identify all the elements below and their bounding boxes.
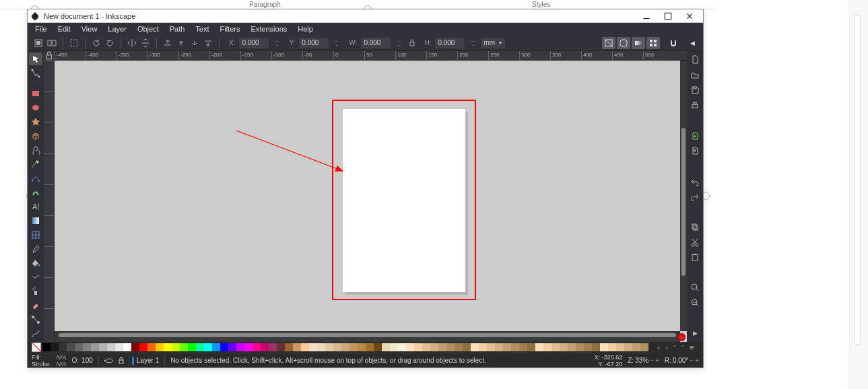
palette-up-icon[interactable]: ˄: [671, 345, 679, 351]
rectangle-tool[interactable]: [29, 87, 42, 100]
scrollbar-thumb[interactable]: [59, 333, 676, 337]
menu-edit[interactable]: Edit: [53, 24, 75, 34]
no-color-swatch[interactable]: [32, 343, 41, 352]
scale-stroke-icon[interactable]: [602, 37, 615, 49]
menu-layer[interactable]: Layer: [103, 24, 131, 34]
color-swatch[interactable]: [277, 343, 285, 351]
lock-aspect-icon[interactable]: [407, 38, 418, 48]
snap-menu-icon[interactable]: ◀: [687, 38, 698, 48]
y-input[interactable]: 0.000: [299, 38, 329, 48]
color-swatch[interactable]: [430, 343, 438, 351]
color-swatch[interactable]: [543, 343, 552, 351]
deselect-icon[interactable]: [69, 38, 79, 48]
lower-icon[interactable]: [189, 38, 200, 48]
color-swatch[interactable]: [455, 343, 463, 351]
color-swatch[interactable]: [576, 343, 584, 351]
open-document-icon[interactable]: [688, 69, 702, 82]
color-swatch[interactable]: [156, 343, 164, 351]
paste-icon[interactable]: [688, 251, 702, 264]
rotate-cw-icon[interactable]: [104, 38, 115, 48]
color-swatch[interactable]: [228, 343, 236, 351]
color-swatch[interactable]: [349, 343, 358, 351]
vertical-ruler[interactable]: [44, 61, 55, 342]
color-swatch[interactable]: [139, 343, 147, 351]
color-swatch[interactable]: [325, 343, 333, 351]
color-swatch[interactable]: [115, 343, 123, 351]
color-swatch[interactable]: [51, 343, 59, 351]
rotate-left-icon[interactable]: −: [690, 357, 694, 364]
x-input[interactable]: 0.000: [239, 38, 269, 48]
color-swatch[interactable]: [398, 343, 406, 351]
color-swatch[interactable]: [244, 343, 253, 351]
lower-bottom-icon[interactable]: [203, 38, 213, 48]
color-swatch[interactable]: [261, 343, 269, 351]
spiral-tool[interactable]: [29, 144, 42, 157]
zoom-drawing-icon[interactable]: [688, 297, 702, 310]
color-swatch[interactable]: [495, 343, 503, 351]
close-button[interactable]: [679, 10, 700, 22]
color-swatch[interactable]: [147, 343, 156, 351]
zoom-in-icon[interactable]: +: [655, 357, 659, 364]
menu-extensions[interactable]: Extensions: [246, 24, 292, 34]
paint-bucket-tool[interactable]: [29, 257, 42, 270]
color-swatch[interactable]: [446, 343, 455, 351]
color-swatch[interactable]: [624, 343, 632, 351]
color-swatch[interactable]: [422, 343, 430, 351]
stroke-value[interactable]: N/A: [57, 361, 67, 367]
color-swatch[interactable]: [487, 343, 495, 351]
color-swatch[interactable]: [212, 343, 220, 351]
menu-help[interactable]: Help: [293, 24, 318, 34]
rotate-right-icon[interactable]: +: [695, 357, 699, 364]
color-swatch[interactable]: [382, 343, 390, 351]
color-swatch[interactable]: [99, 343, 107, 351]
color-swatch[interactable]: [164, 343, 172, 351]
color-swatch[interactable]: [333, 343, 341, 351]
fill-stroke-indicator[interactable]: Fill: Stroke:: [32, 354, 51, 367]
horizontal-ruler[interactable]: -450-400-350-300-250-200-150-100-5005010…: [55, 51, 687, 61]
color-swatch[interactable]: [59, 343, 67, 351]
menu-filters[interactable]: Filters: [215, 24, 245, 34]
color-swatch[interactable]: [42, 343, 51, 351]
color-swatch[interactable]: [568, 343, 576, 351]
color-swatch[interactable]: [479, 343, 487, 351]
canvas-viewport[interactable]: [55, 61, 687, 342]
color-swatch[interactable]: [180, 343, 188, 351]
title-bar[interactable]: New document 1 - Inkscape: [28, 9, 703, 23]
unit-selector[interactable]: mm ▼: [481, 38, 505, 48]
connector-tool[interactable]: [29, 314, 42, 326]
color-swatch[interactable]: [414, 343, 422, 351]
color-swatch[interactable]: [463, 343, 471, 351]
h-spinner[interactable]: —+: [467, 38, 478, 48]
color-swatch[interactable]: [75, 343, 83, 351]
layer-visibility-icon[interactable]: [104, 356, 114, 365]
color-swatch[interactable]: [519, 343, 527, 351]
flip-vertical-icon[interactable]: [140, 38, 151, 48]
color-swatch[interactable]: [535, 343, 543, 351]
color-swatch[interactable]: [204, 343, 212, 351]
move-gradients-icon[interactable]: [632, 37, 645, 49]
layer-lock-icon[interactable]: [116, 356, 126, 365]
color-swatch[interactable]: [131, 343, 139, 351]
raise-icon[interactable]: [176, 38, 187, 48]
host-scrollbar-thumb[interactable]: [854, 15, 861, 345]
rotation-control[interactable]: R: 0.00° − +: [665, 357, 699, 364]
zoom-control[interactable]: Z: 33% − +: [628, 357, 659, 364]
color-swatch[interactable]: [317, 343, 325, 351]
export-icon[interactable]: [688, 145, 702, 157]
rotation-value[interactable]: 0.00°: [673, 357, 688, 364]
tweak-tool[interactable]: [29, 271, 42, 284]
color-swatch[interactable]: [503, 343, 511, 351]
color-swatch[interactable]: [91, 343, 99, 351]
copy-icon[interactable]: [688, 221, 702, 234]
import-icon[interactable]: [688, 130, 702, 143]
snap-toggle-icon[interactable]: [668, 38, 679, 48]
color-swatch[interactable]: [285, 343, 293, 351]
text-tool[interactable]: A: [29, 201, 42, 213]
color-swatch[interactable]: [552, 343, 560, 351]
h-input[interactable]: 0.000: [435, 38, 465, 48]
color-swatch[interactable]: [293, 343, 301, 351]
scrollbar-thumb[interactable]: [681, 128, 686, 276]
color-swatch[interactable]: [341, 343, 349, 351]
zoom-out-icon[interactable]: −: [650, 357, 654, 364]
raise-top-icon[interactable]: [162, 38, 173, 48]
